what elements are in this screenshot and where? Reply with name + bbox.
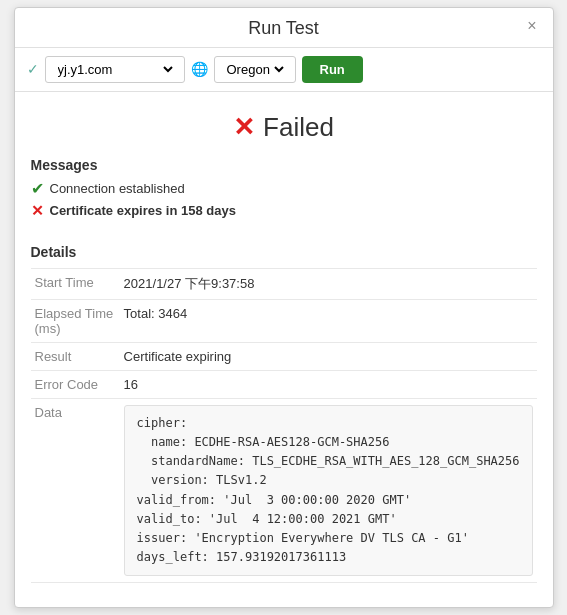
dialog-header: Run Test × bbox=[15, 8, 553, 48]
label-error-code: Error Code bbox=[31, 370, 120, 398]
table-row: Start Time 2021/1/27 下午9:37:58 bbox=[31, 268, 537, 299]
dialog-title: Run Test bbox=[248, 18, 319, 39]
message-item-error: ✕ Certificate expires in 158 days bbox=[31, 202, 537, 220]
region-dropdown[interactable]: Oregon bbox=[214, 56, 296, 83]
label-elapsed-time: Elapsed Time (ms) bbox=[31, 299, 120, 342]
error-icon: ✕ bbox=[31, 202, 44, 220]
messages-label: Messages bbox=[31, 157, 537, 173]
label-start-time: Start Time bbox=[31, 268, 120, 299]
failed-icon: ✕ bbox=[233, 112, 255, 143]
run-test-dialog: Run Test × ✓ yj.y1.com 🌐 Oregon Run ✕ Fa… bbox=[14, 7, 554, 609]
status-section: ✕ Failed bbox=[15, 92, 553, 153]
success-icon: ✔ bbox=[31, 179, 44, 198]
value-error-code: 16 bbox=[120, 370, 537, 398]
value-elapsed-time: Total: 3464 bbox=[120, 299, 537, 342]
check-icon: ✓ bbox=[27, 61, 39, 77]
details-table: Start Time 2021/1/27 下午9:37:58 Elapsed T… bbox=[31, 268, 537, 584]
table-row: Elapsed Time (ms) Total: 3464 bbox=[31, 299, 537, 342]
region-select-input[interactable]: Oregon bbox=[223, 61, 287, 78]
label-data: Data bbox=[31, 398, 120, 583]
globe-icon: 🌐 bbox=[191, 61, 208, 77]
value-data: cipher: name: ECDHE-RSA-AES128-GCM-SHA25… bbox=[120, 398, 537, 583]
close-button[interactable]: × bbox=[521, 16, 542, 36]
message-error-text: Certificate expires in 158 days bbox=[50, 203, 236, 218]
value-result: Certificate expiring bbox=[120, 342, 537, 370]
data-box: cipher: name: ECDHE-RSA-AES128-GCM-SHA25… bbox=[124, 405, 533, 577]
message-success-text: Connection established bbox=[50, 181, 185, 196]
domain-select-input[interactable]: yj.y1.com bbox=[54, 61, 176, 78]
status-line: ✕ Failed bbox=[15, 112, 553, 143]
table-row: Error Code 16 bbox=[31, 370, 537, 398]
value-start-time: 2021/1/27 下午9:37:58 bbox=[120, 268, 537, 299]
messages-section: Messages ✔ Connection established ✕ Cert… bbox=[15, 153, 553, 236]
domain-dropdown[interactable]: yj.y1.com bbox=[45, 56, 185, 83]
status-text: Failed bbox=[263, 112, 334, 143]
label-result: Result bbox=[31, 342, 120, 370]
run-button[interactable]: Run bbox=[302, 56, 363, 83]
toolbar: ✓ yj.y1.com 🌐 Oregon Run bbox=[15, 48, 553, 92]
details-section: Details Start Time 2021/1/27 下午9:37:58 E… bbox=[15, 236, 553, 592]
details-label: Details bbox=[31, 244, 537, 260]
table-row-data: Data cipher: name: ECDHE-RSA-AES128-GCM-… bbox=[31, 398, 537, 583]
message-item-success: ✔ Connection established bbox=[31, 179, 537, 198]
table-row: Result Certificate expiring bbox=[31, 342, 537, 370]
